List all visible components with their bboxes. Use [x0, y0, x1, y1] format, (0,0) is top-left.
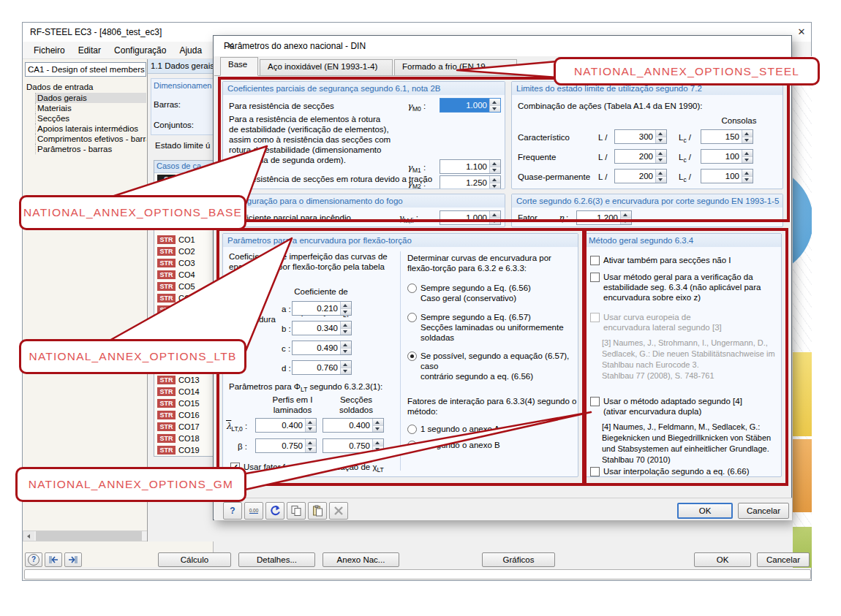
- spin-down-icon[interactable]: [306, 446, 316, 453]
- spinner-buttons[interactable]: [655, 130, 666, 143]
- spinner-buttons[interactable]: [742, 130, 753, 143]
- gamma-m1-field[interactable]: 1.100: [440, 159, 501, 174]
- case-row[interactable]: STRCO3: [154, 257, 214, 269]
- spin-down-icon[interactable]: [341, 368, 351, 375]
- tree-item[interactable]: Materiais: [35, 103, 146, 113]
- spin-up-icon[interactable]: [373, 419, 383, 426]
- spin-up-icon[interactable]: [490, 160, 500, 167]
- spin-down-icon[interactable]: [341, 309, 351, 316]
- case-row[interactable]: STRCO13: [154, 374, 214, 386]
- next-window-button[interactable]: [64, 552, 82, 567]
- menu-item[interactable]: Ajuda: [173, 43, 208, 58]
- spinner-buttons[interactable]: [742, 150, 753, 163]
- spinner-buttons[interactable]: [489, 211, 500, 224]
- case-row[interactable]: STRCO5: [154, 281, 214, 292]
- tree-item[interactable]: Parâmetros - barras: [35, 144, 146, 154]
- tree-item[interactable]: Secções: [35, 113, 146, 123]
- sls-freq-cons-field[interactable]: 100: [701, 149, 753, 164]
- tree-item[interactable]: Comprimentos efetivos - barras: [35, 134, 146, 144]
- case-row[interactable]: STRCO14: [154, 386, 214, 398]
- radio-eq657[interactable]: Sempre segundo a Eq. (6.57) Secções lami…: [407, 312, 574, 343]
- radio-annex-b[interactable]: 2 segundo o anexo B: [407, 440, 574, 450]
- beta-welded-field[interactable]: 0.750: [323, 438, 384, 453]
- details-button[interactable]: Detalhes...: [238, 552, 315, 567]
- spin-up-icon[interactable]: [341, 361, 351, 368]
- factor-f-checkbox[interactable]: Usar fator f para a modificação de χLTse…: [230, 462, 399, 477]
- spin-down-icon[interactable]: [490, 183, 500, 190]
- spin-up-icon[interactable]: [621, 211, 631, 218]
- spin-up-icon[interactable]: [656, 150, 666, 157]
- spinner-buttons[interactable]: [305, 439, 316, 452]
- spin-up-icon[interactable]: [341, 302, 351, 309]
- spinner-buttons[interactable]: [489, 99, 500, 112]
- spin-up-icon[interactable]: [656, 170, 666, 177]
- spin-up-icon[interactable]: [490, 176, 500, 183]
- curve-d-field[interactable]: 0.760: [292, 360, 352, 375]
- spinner-buttons[interactable]: [340, 322, 351, 335]
- spin-up-icon[interactable]: [742, 150, 753, 157]
- spin-up-icon[interactable]: [656, 130, 666, 137]
- curve-a-field[interactable]: 0.210: [292, 301, 352, 316]
- main-cancel-button[interactable]: Cancelar: [757, 552, 810, 567]
- units-button[interactable]: 0.00: [244, 502, 263, 520]
- tree-item[interactable]: Dados gerais: [35, 93, 146, 103]
- spin-down-icon[interactable]: [742, 157, 753, 164]
- scroll-left-icon[interactable]: [23, 531, 34, 541]
- radio-annex-a[interactable]: 1 segundo o anexo A: [407, 424, 574, 434]
- calculation-button[interactable]: Cálculo: [158, 552, 231, 567]
- spin-down-icon[interactable]: [341, 329, 351, 335]
- radio-eq656[interactable]: Sempre segundo a Eq. (6.56) Caso geral (…: [407, 283, 574, 303]
- interpolation-checkbox[interactable]: Usar interpolação segundo a eq. (6.66): [590, 466, 774, 476]
- tab-coldformed[interactable]: Formado a frio (EN 19: [394, 59, 517, 76]
- spinner-buttons[interactable]: [655, 150, 666, 163]
- spin-up-icon[interactable]: [373, 439, 383, 446]
- spinner-buttons[interactable]: [340, 361, 351, 374]
- main-ok-button[interactable]: OK: [694, 552, 751, 567]
- dialog-cancel-button[interactable]: Cancelar: [738, 503, 789, 519]
- spinner-buttons[interactable]: [340, 341, 351, 354]
- spin-up-icon[interactable]: [742, 130, 753, 137]
- case-row[interactable]: STRCO7: [154, 304, 214, 316]
- spin-down-icon[interactable]: [742, 177, 753, 183]
- spin-up-icon[interactable]: [742, 170, 753, 177]
- spinner-buttons[interactable]: [305, 419, 316, 432]
- spinner-buttons[interactable]: [489, 160, 500, 173]
- gamma-m0-field[interactable]: 1.000: [440, 98, 501, 113]
- reset-button[interactable]: [265, 502, 284, 520]
- spin-down-icon[interactable]: [373, 426, 383, 433]
- case-row[interactable]: STRCO2: [154, 246, 214, 257]
- curve-b-field[interactable]: 0.340: [292, 321, 352, 335]
- case-row[interactable]: STRCO19: [154, 444, 214, 456]
- spin-up-icon[interactable]: [341, 322, 351, 329]
- spin-up-icon[interactable]: [306, 439, 316, 446]
- spin-down-icon[interactable]: [742, 137, 753, 144]
- radio-if-possible[interactable]: Se possível, segundo a equação (6.57), c…: [407, 351, 577, 381]
- spin-down-icon[interactable]: [656, 137, 666, 144]
- sls-freq-field[interactable]: 200: [614, 149, 667, 164]
- spinner-buttons[interactable]: [372, 419, 383, 432]
- case-row[interactable]: STRCO1: [154, 234, 214, 246]
- case-row[interactable]: STRCO4: [154, 269, 214, 281]
- paste-parameters-button[interactable]: [308, 502, 327, 520]
- dialog-ok-button[interactable]: OK: [677, 503, 733, 519]
- graphics-button[interactable]: Gráficos: [482, 552, 555, 567]
- activate-non-i-checkbox[interactable]: Ativar também para secções não I: [590, 255, 774, 265]
- previous-window-button[interactable]: [45, 552, 62, 567]
- adapted-method-checkbox[interactable]: Usar o método adaptado segundo [4] (ativ…: [590, 396, 774, 417]
- case-row[interactable]: STRCO8: [154, 316, 214, 327]
- spin-up-icon[interactable]: [490, 211, 500, 218]
- gamma-m2-field[interactable]: 1.250: [440, 175, 501, 189]
- use-general-method-checkbox[interactable]: Usar método geral para a verificação da …: [590, 272, 774, 303]
- spinner-buttons[interactable]: [742, 170, 753, 183]
- curve-c-field[interactable]: 0.490: [292, 341, 352, 355]
- uls-tab-label[interactable]: Estado limite ú: [155, 141, 210, 150]
- menu-item[interactable]: Editar: [72, 43, 108, 58]
- menu-item[interactable]: Configuração: [108, 43, 173, 58]
- spin-down-icon[interactable]: [306, 426, 316, 433]
- delete-button[interactable]: [329, 502, 348, 520]
- main-close-icon[interactable]: ✕: [795, 26, 808, 39]
- lambda-welded-field[interactable]: 0.400: [323, 418, 384, 433]
- case-row[interactable]: STRCO15: [154, 398, 214, 409]
- scroll-thumb[interactable]: [36, 531, 142, 541]
- tab-stainless[interactable]: Aço inoxidável (EN 1993-1-4): [260, 59, 393, 76]
